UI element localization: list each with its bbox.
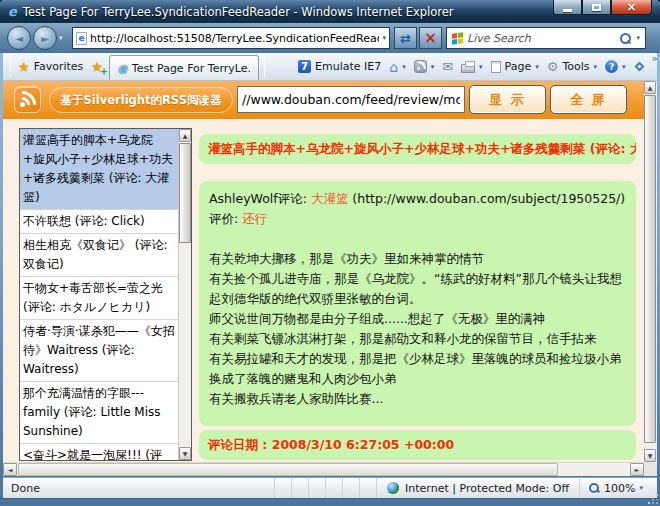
search-dropdown-caret-icon[interactable]: ▾ bbox=[636, 34, 640, 42]
scroll-right-button[interactable]: ► bbox=[630, 463, 644, 476]
zoom-control[interactable]: 100% ▾ bbox=[579, 478, 657, 498]
plus-icon: + bbox=[100, 67, 108, 77]
statusbar-cell bbox=[359, 478, 376, 498]
minimize-icon bbox=[563, 9, 572, 12]
status-bar: Done Internet | Protected Mode: Off 100%… bbox=[3, 477, 657, 498]
tab-label: Test Page For TerryLe... bbox=[132, 62, 250, 75]
stop-button[interactable]: × bbox=[419, 27, 442, 49]
back-button[interactable]: ◄ bbox=[7, 26, 31, 50]
review-subject: 大灌篮 bbox=[311, 191, 349, 206]
close-button[interactable]: × bbox=[611, 0, 652, 15]
feed-listbox: 灌篮高手的脚本+乌龙院+旋风小子+少林足球+功夫+诸多残羹剩菜 (评论: 大灌篮… bbox=[19, 128, 192, 461]
resize-grip[interactable] bbox=[649, 495, 658, 504]
vertical-scrollbar[interactable]: ▲ ▼ bbox=[644, 81, 657, 462]
rss-icon bbox=[14, 86, 41, 113]
reader-title-button[interactable]: 基于Silverlight的RSS阅读器 bbox=[49, 87, 233, 113]
minimize-button[interactable] bbox=[553, 0, 582, 15]
ie-logo-icon: e bbox=[8, 5, 17, 18]
browser-window: e Test Page For TerryLee.SyndicationFeed… bbox=[0, 0, 660, 506]
review-paragraph: 师父说世间万物都是由分子组成......想起了《无极》里的满神 bbox=[209, 309, 626, 329]
add-favorite-button[interactable]: ★ + bbox=[87, 58, 107, 75]
zoom-level: 100% bbox=[604, 482, 635, 495]
tools-caret-icon: ▾ bbox=[594, 63, 598, 71]
help-button[interactable]: ? ▾ bbox=[601, 58, 630, 75]
zone-text: Internet | Protected Mode: Off bbox=[405, 482, 569, 495]
feed-list-item[interactable]: 相生相克《双食记》 (评论: 双食记) bbox=[20, 234, 178, 277]
feed-list-item[interactable]: 侍者·导演·谋杀犯——《女招待》Waitress (评论: Waitress) bbox=[20, 320, 178, 382]
horizontal-scrollbar[interactable]: ◄ ► bbox=[3, 462, 644, 476]
address-dropdown-caret-icon[interactable]: ▾ bbox=[382, 34, 386, 42]
emulate-ie7-button[interactable]: 7 Emulate IE7 bbox=[294, 58, 385, 75]
review-author-line: AshleyWolf评论: 大灌篮 (http://www.douban.com… bbox=[209, 189, 626, 209]
rss-reader-header: 基于Silverlight的RSS阅读器 显 示 全 屏 bbox=[3, 81, 644, 119]
refresh-button[interactable]: ⇄ bbox=[394, 27, 417, 49]
feed-list-item[interactable]: 不许联想 (评论: Click) bbox=[20, 210, 178, 234]
rating-label: 评价: bbox=[209, 211, 242, 226]
rating-value: 还行 bbox=[242, 211, 267, 226]
feed-list-item[interactable]: <奋斗>就是一泡屎!!! (评论: 奋斗) bbox=[20, 444, 178, 460]
history-dropdown[interactable]: ▾ bbox=[59, 34, 63, 42]
frame-edge bbox=[0, 498, 660, 499]
star-icon: ★ bbox=[18, 60, 30, 73]
maximize-button[interactable] bbox=[582, 0, 611, 15]
close-icon: × bbox=[626, 0, 636, 14]
page-icon bbox=[491, 61, 501, 73]
divider bbox=[10, 57, 11, 77]
maximize-icon bbox=[592, 4, 601, 11]
list-scroll-down-button[interactable]: ▼ bbox=[179, 447, 191, 460]
show-button[interactable]: 显 示 bbox=[469, 85, 546, 114]
feed-list-item[interactable]: 干物女+毒舌部长=萤之光 (评论: ホタルノヒカリ) bbox=[20, 277, 178, 320]
search-input[interactable] bbox=[467, 32, 615, 45]
feed-list-item[interactable]: 那个充满温情的字眼---family (评论: Little Miss Suns… bbox=[20, 382, 178, 444]
forward-button[interactable]: ► bbox=[33, 26, 57, 50]
favorites-button[interactable]: ★ Favorites bbox=[14, 58, 87, 75]
statusbar-cell bbox=[342, 478, 359, 498]
review-paragraph: 有关捡个孤儿进寺庙，那是《乌龙院》。“练武的好材料”那几个镜头让我想起刘德华版的… bbox=[209, 269, 626, 309]
security-zone: Internet | Protected Mode: Off bbox=[376, 478, 579, 498]
scroll-left-button[interactable]: ◄ bbox=[3, 463, 17, 476]
feeds-button[interactable]: ▾ bbox=[410, 58, 439, 75]
gear-icon: ⚙ bbox=[547, 59, 559, 74]
review-paragraph: 有关乾坤大挪移，那是《功夫》里如来神掌的情节 bbox=[209, 249, 626, 269]
review-paragraph: 有关易拉罐和天才的发现，那是把《少林足球》里落魄的球员和捡垃圾小弟换成了落魄的赌… bbox=[209, 349, 626, 389]
print-caret-icon: ▾ bbox=[479, 63, 483, 71]
list-scrollbar[interactable]: ▲ ▼ bbox=[178, 129, 191, 460]
page-favicon-icon: e bbox=[76, 32, 87, 45]
statusbar-cell bbox=[274, 478, 291, 498]
mail-button[interactable]: ✉ bbox=[438, 57, 457, 76]
list-scroll-up-button[interactable]: ▲ bbox=[179, 129, 191, 142]
home-caret-icon: ▾ bbox=[402, 63, 406, 71]
review-rating-line: 评价: 还行 bbox=[209, 209, 626, 229]
status-text: Done bbox=[3, 482, 274, 495]
statusbar-cell bbox=[325, 478, 342, 498]
tab-active[interactable]: e Test Page For TerryLe... bbox=[109, 55, 259, 80]
scroll-down-button[interactable]: ▼ bbox=[644, 449, 656, 462]
tools-menu-button[interactable]: ⚙ Tools ▾ bbox=[543, 57, 601, 76]
page-label: Page bbox=[505, 60, 532, 73]
address-bar[interactable]: e ▾ bbox=[72, 27, 390, 49]
feed-list: 灌篮高手的脚本+乌龙院+旋风小子+少林足球+功夫+诸多残羹剩菜 (评论: 大灌篮… bbox=[20, 129, 178, 460]
page-menu-button[interactable]: Page ▾ bbox=[487, 58, 543, 75]
search-icon[interactable] bbox=[619, 32, 632, 45]
list-scroll-thumb[interactable] bbox=[179, 143, 191, 243]
zoom-caret-icon: ▾ bbox=[639, 484, 643, 492]
window-controls: × bbox=[553, 0, 652, 15]
fullscreen-button[interactable]: 全 屏 bbox=[550, 85, 627, 114]
search-box[interactable]: ▾ bbox=[446, 27, 646, 49]
print-button[interactable]: ▾ bbox=[457, 59, 487, 75]
feed-url-input[interactable] bbox=[237, 86, 465, 113]
scroll-up-button[interactable]: ▲ bbox=[644, 81, 656, 94]
page-content: 基于Silverlight的RSS阅读器 显 示 全 屏 灌篮高手的脚本+乌龙院… bbox=[3, 81, 644, 462]
stop-icon: × bbox=[424, 29, 437, 47]
feed-list-item[interactable]: 灌篮高手的脚本+乌龙院+旋风小子+少林足球+功夫+诸多残羹剩菜 (评论: 大灌篮… bbox=[20, 129, 178, 210]
emulate-ie7-label: Emulate IE7 bbox=[315, 60, 381, 73]
subject-url: (http://www.douban.com/subject/1950525/) bbox=[348, 191, 625, 206]
scroll-thumb[interactable] bbox=[644, 95, 656, 443]
addon-button[interactable] bbox=[630, 61, 649, 72]
blank-line bbox=[209, 229, 626, 249]
home-button[interactable]: ⌂ ▾ bbox=[385, 58, 409, 76]
horizontal-scroll-thumb[interactable] bbox=[18, 463, 558, 476]
review-title: 灌篮高手的脚本+乌龙院+旋风小子+少林足球+功夫+诸多残羹剩菜 (评论: 大灌篮… bbox=[199, 134, 636, 164]
address-input[interactable] bbox=[90, 32, 379, 45]
toolbar-overflow-chevron[interactable]: » bbox=[649, 53, 660, 64]
